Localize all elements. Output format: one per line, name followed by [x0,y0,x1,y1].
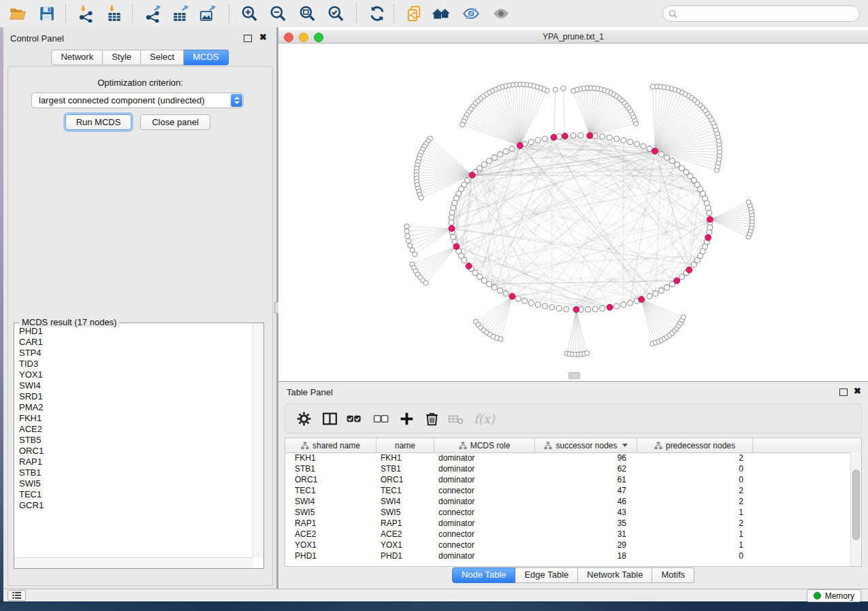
column-header-shared-name[interactable]: shared name [285,438,376,452]
zoom-in-icon[interactable] [240,4,259,23]
graph-node[interactable] [528,139,534,145]
graph-node[interactable] [462,258,467,263]
column-settings-icon[interactable] [295,409,314,428]
show-columns-icon[interactable] [321,409,340,428]
graph-leaf-node[interactable] [460,122,465,127]
graph-node[interactable] [664,284,670,290]
task-history-button[interactable] [7,590,26,601]
memory-button[interactable]: Memory [807,589,861,602]
tab-edge-table[interactable]: Edge Table [515,567,578,583]
graph-node[interactable] [522,298,528,303]
graph-node[interactable] [477,165,483,171]
column-header-MCDS-role[interactable]: MCDS role [434,438,535,452]
graph-hub-node[interactable] [509,293,515,299]
graph-node[interactable] [481,162,487,167]
mcds-result-item[interactable]: PHD1 [16,326,252,337]
graph-node[interactable] [503,291,509,296]
graph-node[interactable] [472,270,478,276]
optimization-criterion-select[interactable]: largest connected component (undirected) [31,93,244,108]
graph-node[interactable] [659,288,664,293]
graph-leaf-node[interactable] [404,229,409,233]
graph-node[interactable] [585,307,591,312]
tab-network-table[interactable]: Network Table [578,567,652,583]
graph-node[interactable] [659,152,664,157]
mcds-result-item[interactable]: ACE2 [16,424,252,435]
first-neighbors-icon[interactable] [431,4,450,23]
refresh-network-view-icon[interactable] [368,4,387,23]
mcds-result-item[interactable]: PMA2 [16,402,252,413]
table-row[interactable]: TEC1TEC1connector472 [285,485,851,496]
graph-leaf-node[interactable] [746,200,751,205]
graph-node[interactable] [481,278,487,283]
graph-node[interactable] [647,146,652,152]
table-row[interactable]: RAP1RAP1dominator352 [285,518,851,529]
deselect-all-icon[interactable] [372,409,391,428]
graph-hub-node[interactable] [686,267,692,273]
graph-hub-node[interactable] [551,134,557,140]
tab-network[interactable]: Network [51,50,103,65]
mcds-result-item[interactable]: FKH1 [16,413,252,424]
show-panels-icon[interactable] [492,4,511,23]
graph-hub-node[interactable] [469,172,475,178]
column-header-predecessor-nodes[interactable]: predecessor nodes [637,438,753,452]
graph-node[interactable] [556,134,562,139]
table-row[interactable]: STB1STB1dominator620 [285,463,851,474]
graph-hub-node[interactable] [707,216,713,222]
graph-node[interactable] [492,284,497,290]
search-input[interactable] [681,7,859,20]
graph-node[interactable] [600,134,605,139]
graph-node[interactable] [621,137,626,143]
graph-leaf-node[interactable] [406,239,411,244]
graph-leaf-node[interactable] [419,195,423,200]
graph-node[interactable] [684,169,689,175]
graph-leaf-node[interactable] [561,86,566,90]
graph-node[interactable] [675,162,680,167]
tab-style[interactable]: Style [103,50,141,65]
hide-panels-icon[interactable] [462,4,481,23]
graph-leaf-node[interactable] [404,224,409,229]
graph-hub-node[interactable] [587,133,593,139]
zoom-selected-region-icon[interactable] [326,4,345,23]
table-row[interactable]: FKH1FKH1dominator962 [285,452,851,463]
close-panel-button[interactable]: Close panel [140,114,210,130]
table-row[interactable]: SWI5SWI5connector431 [285,507,851,518]
graph-node[interactable] [542,303,547,309]
tab-select[interactable]: Select [141,50,184,65]
export-table-icon[interactable] [171,4,190,23]
table-row[interactable]: SWI4SWI4dominator462 [285,496,851,507]
graph-leaf-node[interactable] [408,243,413,248]
graph-node[interactable] [628,300,633,306]
graph-leaf-node[interactable] [585,350,590,355]
table-vscrollbar[interactable] [850,452,861,566]
graph-node[interactable] [578,133,583,138]
graph-node[interactable] [498,288,503,293]
graph-hub-node[interactable] [639,297,645,303]
graph-node[interactable] [542,136,547,142]
float-table-panel-icon[interactable] [839,389,848,396]
graph-node[interactable] [528,300,534,306]
tab-mcds[interactable]: MCDS [184,50,228,65]
mcds-result-item[interactable]: SRD1 [16,391,252,402]
graph-node[interactable] [492,155,497,161]
table-row[interactable]: PHD1PHD1dominator180 [285,550,851,561]
graph-hub-node[interactable] [674,278,680,284]
open-file-icon[interactable] [8,4,27,23]
table-scrollbar-thumb[interactable] [852,469,860,540]
close-panel-icon[interactable]: ✖ [259,33,267,42]
graph-hub-node[interactable] [453,244,460,250]
tab-node-table[interactable]: Node Table [452,567,516,583]
graph-hub-node[interactable] [573,307,579,313]
graph-hub-node[interactable] [517,143,523,149]
import-table-from-file-icon[interactable] [105,4,124,23]
tab-motifs[interactable]: Motifs [652,567,694,583]
graph-node[interactable] [653,291,658,296]
graph-node[interactable] [614,303,620,309]
mcds-result-item[interactable]: STB1 [16,467,252,478]
graph-node[interactable] [592,133,598,139]
graph-node[interactable] [449,220,454,225]
graph-node[interactable] [679,165,685,171]
mcds-result-item[interactable]: TEC1 [16,489,252,500]
column-header-successor-nodes[interactable]: successor nodes [535,438,637,452]
graph-node[interactable] [614,136,620,142]
search-box[interactable] [662,5,860,22]
